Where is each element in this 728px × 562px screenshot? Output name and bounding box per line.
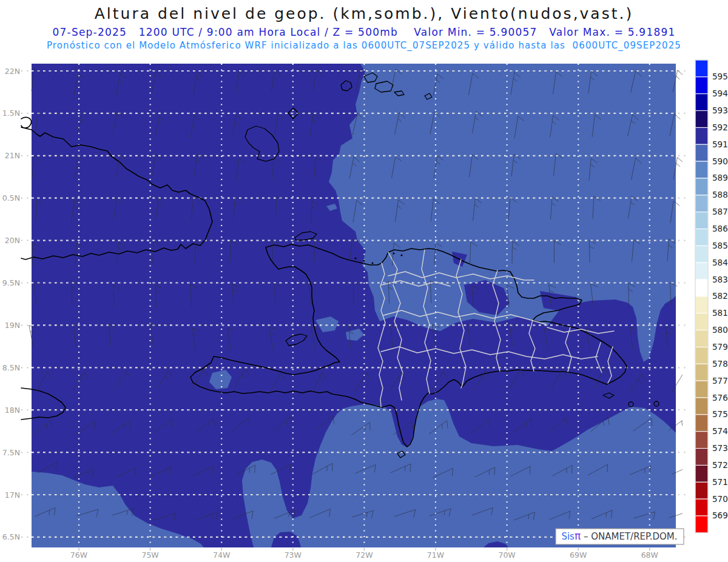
colorbar-tick-label: 5840 (712, 258, 728, 267)
colorbar-segment (695, 449, 708, 466)
lon-tick-label: 74W (213, 550, 230, 560)
lat-tick-label: 9.5N (2, 278, 20, 287)
colorbar-tick-label: 5690 (712, 510, 728, 520)
colorbar-segment (695, 144, 708, 161)
lon-tick-label: 76W (70, 550, 87, 560)
lat-tick-label: 18N (5, 406, 20, 415)
map-canvas: 22N1.5N21N0.5N20N9.5N19N8.5N18N7.5N17N6.… (0, 58, 728, 562)
lat-tick-label: 0.5N (2, 193, 20, 202)
lon-tick-label: 71W (427, 550, 444, 560)
colorbar-tick-label: 5730 (712, 443, 728, 453)
lat-tick-label: 17N (5, 490, 20, 500)
colorbar-segment (695, 415, 708, 432)
colorbar-tick-label: 5780 (712, 359, 728, 369)
branding-box: Sisπ – ONAMET/REP.DOM. (556, 529, 684, 544)
colorbar-tick-label: 5910 (712, 139, 728, 149)
lon-tick-label: 75W (141, 550, 158, 560)
colorbar-segment (695, 246, 708, 263)
colorbar-segment (695, 364, 708, 381)
colorbar-segment (695, 127, 708, 144)
colorbar-tick-label: 5790 (712, 342, 728, 352)
header: Altura del nivel de geop. (km,somb.), Vi… (0, 0, 728, 51)
colorbar-segment (695, 330, 708, 347)
colorbar-tick-label: 5830 (712, 275, 728, 284)
colorbar-tick-label: 5940 (712, 89, 728, 98)
colorbar-tick-label: 5870 (712, 207, 728, 216)
page-title: Altura del nivel de geop. (km,somb.), Vi… (0, 5, 728, 22)
geopotential-shading (32, 64, 676, 547)
lat-tick-label: 7.5N (2, 448, 20, 457)
colorbar-segment (695, 296, 708, 313)
colorbar-tick-label: 5890 (712, 173, 728, 182)
weather-map-page: Altura del nivel de geop. (km,somb.), Vi… (0, 0, 728, 562)
colorbar-tick-label: 5760 (712, 393, 728, 403)
branding-text: Sisπ – ONAMET/REP.DOM. (561, 530, 677, 542)
colorbar-tick-label: 5900 (712, 156, 728, 166)
lon-tick-label: 73W (285, 550, 302, 560)
sispi-logo-sis: Sis (561, 531, 575, 542)
colorbar-tick-label: 5750 (712, 409, 728, 419)
model-init-line: Pronóstico con el Modelo Atmósferico WRF… (0, 40, 728, 51)
lon-tick-label: 68W (641, 550, 658, 560)
colorbar-segment (695, 432, 708, 449)
colorbar-tick-label: 5930 (712, 105, 728, 115)
colorbar-legend: 5950594059305920591059005890588058705860… (695, 60, 728, 533)
colorbar-segment (695, 161, 708, 178)
lat-tick-label: 21N (5, 151, 20, 160)
colorbar-tick-label: 5800 (712, 325, 728, 335)
colorbar-tick-label: 5920 (712, 122, 728, 132)
colorbar-segment (695, 263, 708, 279)
lon-tick-label: 69W (570, 550, 587, 560)
colorbar-tick-label: 5820 (712, 291, 728, 301)
colorbar-segment (695, 60, 708, 77)
lat-tick-label: 20N (5, 236, 20, 245)
colorbar-tick-label: 5810 (712, 308, 728, 318)
colorbar-tick-label: 5860 (712, 224, 728, 233)
colorbar-segment (695, 398, 708, 415)
lat-tick-label: 19N (5, 321, 20, 330)
colorbar-segment (695, 279, 708, 296)
colorbar-segment (695, 516, 708, 533)
lon-tick-label: 72W (356, 550, 372, 560)
colorbar-tick-label: 5880 (712, 190, 728, 199)
lat-tick-label: 22N (5, 67, 20, 76)
colorbar-tick-label: 5740 (712, 426, 728, 436)
sispi-logo-pi-icon: π (575, 530, 581, 542)
lat-tick-label: 6.5N (2, 532, 20, 541)
colorbar-segment (695, 195, 708, 212)
colorbar-segment (695, 212, 708, 229)
colorbar-tick-label: 5710 (712, 477, 728, 487)
colorbar-segment (695, 381, 708, 398)
colorbar-segment (695, 77, 708, 94)
colorbar-tick-label: 5850 (712, 241, 728, 250)
colorbar-segment (695, 482, 708, 499)
colorbar-tick-label: 5770 (712, 376, 728, 386)
colorbar-tick-label: 5700 (712, 494, 728, 504)
colorbar-segment (695, 229, 708, 246)
colorbar-segment (695, 499, 708, 516)
colorbar-segment (695, 178, 708, 195)
colorbar-segment (695, 347, 708, 364)
lon-tick-label: 70W (498, 550, 515, 560)
colorbar-tick-label: 5720 (712, 460, 728, 470)
colorbar-segment (695, 465, 708, 482)
colorbar-segment (695, 94, 708, 111)
colorbar-segment (695, 313, 708, 330)
lat-tick-label: 8.5N (2, 363, 20, 372)
valid-time-line: 07-Sep-2025 1200 UTC / 9:00 am Hora Loca… (0, 26, 728, 38)
colorbar-segment (695, 111, 708, 128)
lat-tick-label: 1.5N (2, 109, 20, 118)
colorbar-tick-label: 5950 (712, 72, 728, 81)
branding-onamet-label: – ONAMET/REP.DOM. (581, 531, 677, 542)
